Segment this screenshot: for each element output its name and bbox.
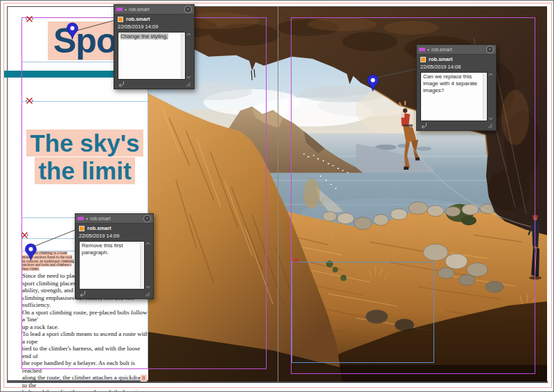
note-title-bar[interactable]: ▾ rob.smart × [417, 45, 496, 55]
comment-pin-icon[interactable] [24, 243, 37, 261]
note-title-user: rob.smart [431, 47, 484, 52]
user-color-swatch [118, 17, 123, 22]
reply-arrow-icon[interactable] [79, 291, 86, 297]
note-user-name: rob.smart [429, 56, 453, 62]
resize-grip-icon[interactable] [488, 123, 493, 129]
note-timestamp: 22/05/2019 14:08 [420, 64, 493, 70]
note-color-swatch [116, 8, 123, 11]
note-text-area[interactable]: Can we replace this image with 4 separat… [420, 72, 488, 121]
note-color-swatch [78, 217, 84, 220]
textarea-scrollbar[interactable] [483, 73, 486, 120]
chevron-down-icon[interactable] [145, 285, 150, 289]
chevron-up-icon[interactable] [186, 33, 191, 36]
note-title-bar[interactable]: ▾ rob.smart × [75, 214, 153, 224]
note-anchor-icon[interactable] [26, 97, 33, 105]
comment-pin-icon[interactable] [366, 74, 379, 92]
close-icon[interactable]: × [184, 6, 192, 13]
resize-grip-icon[interactable] [186, 82, 191, 87]
frame-edge-left [21, 18, 22, 368]
note-body: rob.smart 22/05/2019 14:08 Can we replac… [417, 55, 496, 130]
reply-arrow-icon[interactable] [420, 123, 427, 129]
chevron-up-icon[interactable] [145, 242, 150, 245]
note-title-bar[interactable]: ▾ rob.smart × [114, 5, 194, 15]
frame-edge-h6 [21, 368, 148, 369]
page-number: 8 [141, 371, 147, 383]
note-text: Remove this first paragraph. [82, 242, 123, 256]
subhead-text[interactable]: The sky'sthe limit [26, 130, 143, 184]
note-timestamp: 22/05/2019 14:09 [118, 24, 191, 30]
comment-note[interactable]: ▾ rob.smart × rob.smart 22/05/2019 14:09… [75, 213, 154, 299]
comment-pin-icon[interactable] [66, 22, 79, 40]
chevron-up-icon[interactable] [488, 73, 493, 76]
user-color-swatch [79, 226, 84, 231]
layout-canvas: Sport The sky'sthe limit Sport climbing … [0, 0, 554, 392]
chevron-down-icon[interactable] [488, 117, 493, 121]
note-user-name: rob.smart [126, 16, 150, 22]
note-anchor-icon[interactable] [293, 258, 299, 264]
note-title-user: rob.smart [90, 216, 141, 221]
note-text-area[interactable]: Change the styling. [118, 32, 186, 80]
note-body: rob.smart 22/05/2019 14:09 Change the st… [114, 15, 194, 89]
note-anchor-icon[interactable] [21, 231, 28, 239]
comment-note[interactable]: ▾ rob.smart × rob.smart 22/05/2019 14:08… [416, 44, 497, 131]
note-anchor-icon[interactable] [26, 15, 33, 23]
reply-arrow-icon[interactable] [118, 81, 125, 87]
empty-text-frame[interactable] [292, 262, 434, 363]
note-text: Can we replace this image with 4 separat… [423, 73, 477, 93]
note-text-area[interactable]: Remove this first paragraph. [79, 241, 145, 289]
close-icon[interactable]: × [143, 215, 151, 222]
resize-grip-icon[interactable] [145, 292, 150, 297]
chevron-down-icon[interactable]: ▾ [427, 48, 429, 52]
comment-note[interactable]: ▾ rob.smart × rob.smart 22/05/2019 14:09… [114, 4, 195, 89]
textarea-scrollbar[interactable] [181, 33, 184, 78]
chevron-down-icon[interactable]: ▾ [125, 8, 127, 12]
chevron-down-icon[interactable]: ▾ [86, 217, 88, 221]
textarea-scrollbar[interactable] [140, 242, 143, 288]
note-timestamp: 22/05/2019 14:09 [79, 233, 150, 239]
subhead-frame[interactable]: The sky'sthe limit [21, 130, 148, 185]
note-body: rob.smart 22/05/2019 14:09 Remove this f… [75, 224, 153, 299]
user-color-swatch [420, 57, 426, 62]
note-text: Change the styling. [120, 33, 168, 39]
frame-edge-h2 [21, 101, 148, 102]
spread-spine [278, 6, 278, 382]
note-title-user: rob.smart [129, 7, 182, 12]
note-color-swatch [419, 48, 425, 51]
close-icon[interactable]: × [486, 46, 494, 53]
note-user-name: rob.smart [87, 225, 111, 231]
chevron-down-icon[interactable] [186, 75, 191, 79]
